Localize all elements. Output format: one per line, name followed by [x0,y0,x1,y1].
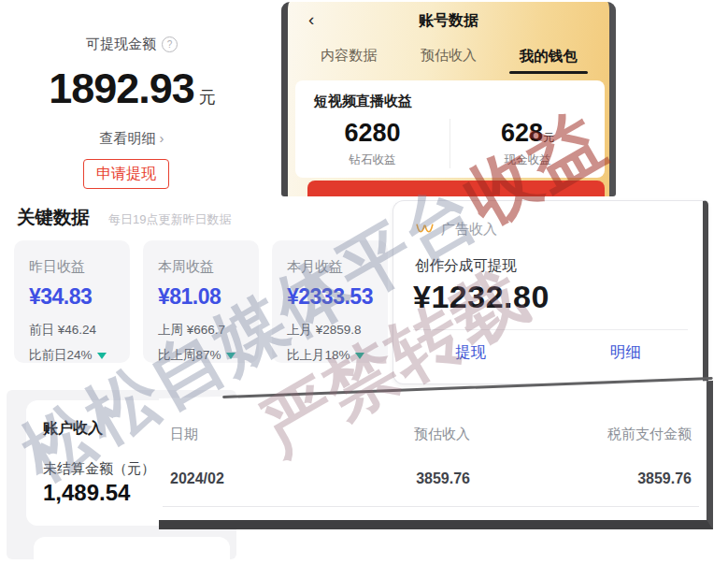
withdraw-action-button[interactable]: 提现 [393,330,549,375]
card-label: 本周收益 [158,258,259,276]
cell-pretax-amount: 3859.76 [470,470,692,487]
chevron-right-icon: › [160,130,164,146]
view-detail-label: 查看明细 [100,130,156,146]
ad-income-label: 广告收入 [441,221,497,239]
diamond-earnings-number: 6280 [344,119,400,147]
card-change-text: 比上周87% [158,347,221,364]
butterfly-logo-icon [415,223,435,237]
down-triangle-icon [226,353,236,359]
card-change: 比前日24% [29,347,130,364]
card-week-income: 本周收益 ¥81.08 上周 ¥666.7 比上周87% [143,240,259,363]
view-detail-link[interactable]: 查看明细› [0,130,264,148]
col-date: 日期 [170,426,310,443]
withdraw-label-row: 可提现金额 ? [0,36,264,53]
tab-estimated-income[interactable]: 预估收入 [399,47,499,74]
income-table-header: 日期 预估收入 税前支付金额 [159,426,707,443]
card-month-income: 本月收益 ¥2333.53 上月 ¥2859.8 比上月18% [272,240,388,363]
ad-income-actions: 提现 明细 [393,330,703,375]
card-change: 比上月18% [287,347,388,364]
account-panel-title: 账号数据 [288,11,609,31]
card-label: 本月收益 [287,258,388,276]
cell-date: 2024/02 [170,470,310,487]
card-yesterday-income: 昨日收益 ¥34.83 前日 ¥46.24 比前日24% [14,240,130,363]
withdraw-amount: 1892.93元 [0,65,264,113]
cash-earnings-label: 现金收益 [450,152,605,168]
ad-income-panel: 广告收入 创作分成可提现 ¥1232.80 提现 明细 [393,200,708,384]
primary-action-button[interactable] [307,181,605,196]
table-row: 2024/02 3859.76 3859.76 [159,470,707,487]
down-triangle-icon [97,353,107,359]
key-data-cards: 昨日收益 ¥34.83 前日 ¥46.24 比前日24% 本周收益 ¥81.08… [14,240,388,363]
account-income-card-next [34,537,230,559]
diamond-earnings-cell: 6280 钻石收益 [295,119,450,168]
detail-action-button[interactable]: 明细 [549,330,704,375]
live-earnings-title: 短视频直播收益 [295,80,605,110]
tab-my-wallet[interactable]: 我的钱包 [498,47,598,74]
col-estimated-income: 预估收入 [310,426,470,443]
card-prev: 前日 ¥46.24 [29,322,130,339]
income-table-panel: 日期 预估收入 税前支付金额 2024/02 3859.76 3859.76 [159,381,713,529]
ad-income-subtitle: 创作分成可提现 [415,256,703,276]
withdraw-label: 可提现金额 [86,36,156,53]
ad-income-header: 广告收入 [415,221,703,239]
withdraw-block: 可提现金额 ? 1892.93元 查看明细› [0,0,264,148]
card-value: ¥81.08 [158,284,259,310]
cash-earnings-cell: 628元 现金收益 [450,119,605,168]
key-data-subtitle: 每日19点更新昨日数据 [108,211,231,228]
ad-income-amount: ¥1232.80 [413,279,703,315]
card-change-text: 比前日24% [29,347,93,364]
card-label: 昨日收益 [29,258,130,276]
account-data-panel: ‹ 账号数据 内容数据 预估收入 我的钱包 短视频直播收益 6280 钻石收益 … [281,2,616,196]
key-data-header: 关键数据 每日19点更新昨日数据 [17,205,231,230]
live-earnings-stats: 6280 钻石收益 628元 现金收益 [295,119,605,168]
apply-withdraw-button[interactable]: 申请提现 [83,159,169,189]
card-value: ¥2333.53 [287,284,388,310]
table-divider [163,506,699,507]
diamond-earnings-value: 6280 [295,119,450,148]
cash-earnings-number: 628 [501,119,543,147]
card-change: 比上周87% [158,347,259,364]
account-panel-tabs: 内容数据 预估收入 我的钱包 [288,47,609,74]
key-data-title: 关键数据 [17,205,90,230]
live-earnings-card: 短视频直播收益 6280 钻石收益 628元 现金收益 [295,80,605,178]
down-triangle-icon [355,353,364,359]
cash-earnings-value: 628元 [450,119,605,148]
withdraw-amount-unit: 元 [199,88,215,107]
help-icon[interactable]: ? [162,36,178,52]
diamond-earnings-label: 钻石收益 [295,152,450,168]
cash-earnings-unit: 元 [543,131,554,144]
cell-estimated-income: 3859.76 [310,470,470,487]
tab-content-data[interactable]: 内容数据 [299,47,399,74]
col-pretax-amount: 税前支付金额 [470,426,692,443]
back-icon[interactable]: ‹ [308,9,314,30]
card-prev: 上月 ¥2859.8 [287,322,388,339]
account-panel-header: ‹ 账号数据 [288,2,609,39]
card-value: ¥34.83 [29,284,130,310]
card-prev: 上周 ¥666.7 [158,322,259,339]
withdraw-amount-value: 1892.93 [49,65,194,112]
card-change-text: 比上月18% [287,347,350,364]
